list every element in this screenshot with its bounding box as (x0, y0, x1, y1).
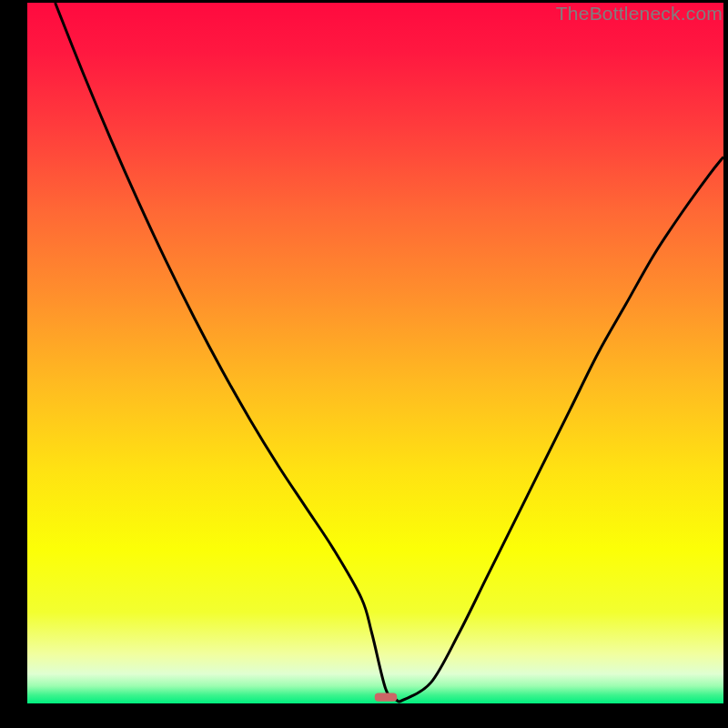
selected-marker (375, 693, 397, 701)
plot-background (27, 3, 723, 703)
bottleneck-chart (27, 3, 723, 703)
chart-container: TheBottleneck.com (0, 0, 728, 728)
